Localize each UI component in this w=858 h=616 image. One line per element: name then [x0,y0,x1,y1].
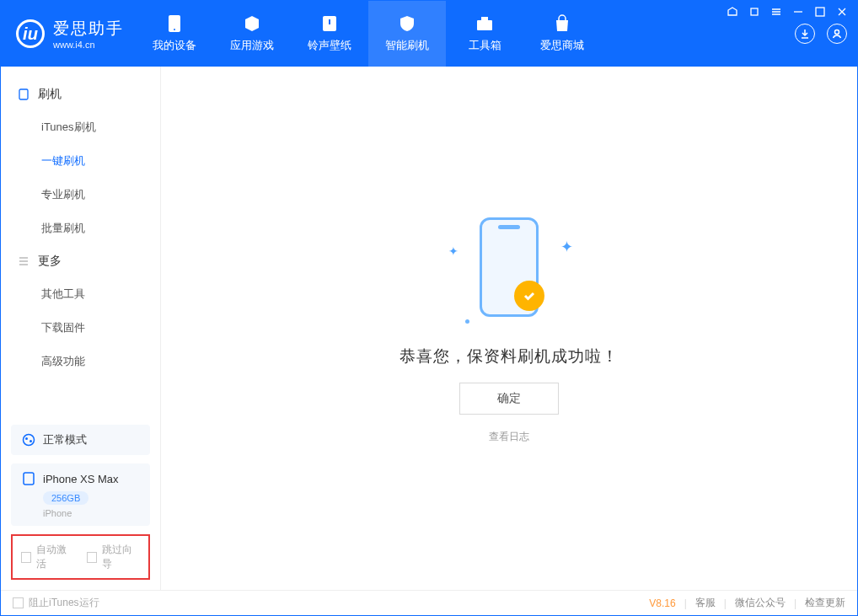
nav-toolbox[interactable]: 工具箱 [446,1,523,67]
nav-label: 铃声壁纸 [308,38,351,53]
close-button[interactable] [835,6,849,18]
sidebar-section-flash[interactable]: 刷机 [1,78,160,110]
section-title: 刷机 [38,87,62,102]
sparkle-icon: ✦ [448,244,458,258]
list-icon [18,255,29,267]
refresh-shield-icon [397,14,417,33]
download-button[interactable] [795,24,815,44]
nav-label: 爱思商城 [540,38,584,53]
device-icon [21,471,36,486]
window-controls [726,6,849,18]
minimize-button[interactable] [791,6,805,18]
checkbox-icon [21,552,31,563]
mode-icon [21,432,36,447]
svg-point-3 [174,29,175,30]
svg-rect-12 [24,473,34,485]
svg-rect-6 [481,17,488,20]
sidebar-item-other-tools[interactable]: 其他工具 [1,277,160,311]
main-content: ✦ ✦ 恭喜您，保资料刷机成功啦！ 确定 查看日志 [161,67,857,590]
phone-icon [164,14,185,33]
svg-rect-5 [477,20,492,30]
app-body: 刷机 iTunes刷机 一键刷机 专业刷机 批量刷机 更多 其他工具 下载固件 … [1,67,857,590]
svg-point-10 [25,437,28,440]
checkbox-icon [13,597,24,608]
view-log-link[interactable]: 查看日志 [489,430,529,444]
device-storage-badge: 256GB [43,491,88,505]
feedback-icon[interactable] [726,6,739,18]
bag-icon [552,14,572,33]
sidebar-item-oneclick-flash[interactable]: 一键刷机 [1,144,160,178]
app-url: www.i4.cn [53,40,124,50]
checkbox-label: 阻止iTunes运行 [29,596,99,610]
device-card[interactable]: iPhone XS Max 256GB iPhone [11,463,150,526]
checkbox-icon [87,552,97,563]
svg-point-7 [835,30,839,35]
logo-icon: iu [16,19,45,48]
success-message: 恭喜您，保资料刷机成功啦！ [400,345,619,367]
cube-icon [242,14,262,33]
music-icon [319,14,340,33]
header-right [795,24,847,44]
menu-icon[interactable] [770,6,783,18]
device-name: iPhone XS Max [43,473,119,485]
success-illustration: ✦ ✦ [442,212,576,330]
nav-store[interactable]: 爱思商城 [523,1,601,67]
maximize-button[interactable] [813,6,827,18]
sidebar: 刷机 iTunes刷机 一键刷机 专业刷机 批量刷机 更多 其他工具 下载固件 … [1,67,161,590]
nav-label: 工具箱 [469,38,501,53]
checkmark-badge-icon [514,281,544,311]
status-bar: 阻止iTunes运行 V8.16 | 客服 | 微信公众号 | 检查更新 [1,590,857,615]
footer-link-support[interactable]: 客服 [695,596,716,610]
sidebar-item-batch-flash[interactable]: 批量刷机 [1,212,160,245]
nav-flash[interactable]: 智能刷机 [368,1,446,67]
device-outline-icon [18,88,29,100]
svg-point-9 [24,435,35,446]
nav-label: 应用游戏 [230,38,274,53]
checkbox-block-itunes[interactable]: 阻止iTunes运行 [13,596,99,610]
phone-illustration-icon [480,217,539,317]
nav-my-device[interactable]: 我的设备 [136,1,213,67]
nav-label: 智能刷机 [385,38,429,53]
checkbox-label: 自动激活 [36,543,74,571]
skin-icon[interactable] [748,6,761,18]
section-title: 更多 [38,254,62,269]
app-logo: iu 爱思助手 www.i4.cn [1,18,136,50]
footer-link-wechat[interactable]: 微信公众号 [735,596,786,610]
sidebar-item-pro-flash[interactable]: 专业刷机 [1,178,160,212]
sparkle-icon: ✦ [560,238,573,256]
sidebar-item-advanced[interactable]: 高级功能 [1,345,160,378]
checkbox-skip-guide[interactable]: 跳过向导 [87,543,141,571]
svg-point-11 [29,440,32,442]
nav-label: 我的设备 [153,38,196,53]
user-button[interactable] [827,24,847,44]
app-name: 爱思助手 [53,18,124,40]
top-nav: 我的设备 应用游戏 铃声壁纸 智能刷机 工具箱 爱思商城 [136,1,601,67]
device-type: iPhone [43,508,140,518]
checkbox-label: 跳过向导 [102,543,140,571]
sidebar-item-itunes-flash[interactable]: iTunes刷机 [1,110,160,144]
nav-apps[interactable]: 应用游戏 [213,1,291,67]
sidebar-item-download-firmware[interactable]: 下载固件 [1,311,160,345]
checkbox-auto-activate[interactable]: 自动激活 [21,543,75,571]
app-header: iu 爱思助手 www.i4.cn 我的设备 应用游戏 铃声壁纸 智能刷机 工具… [1,1,857,67]
ok-button[interactable]: 确定 [459,383,559,415]
sidebar-section-more[interactable]: 更多 [1,245,160,277]
svg-rect-8 [19,89,28,99]
mode-label: 正常模式 [43,432,87,447]
nav-ringtones[interactable]: 铃声壁纸 [291,1,368,67]
option-highlight-box: 自动激活 跳过向导 [11,534,150,580]
svg-rect-1 [816,8,824,16]
version-label: V8.16 [649,597,675,609]
briefcase-icon [475,14,495,33]
mode-card[interactable]: 正常模式 [11,425,150,455]
svg-rect-0 [751,8,758,15]
footer-link-update[interactable]: 检查更新 [805,596,845,610]
sparkle-dot-icon [465,319,469,324]
